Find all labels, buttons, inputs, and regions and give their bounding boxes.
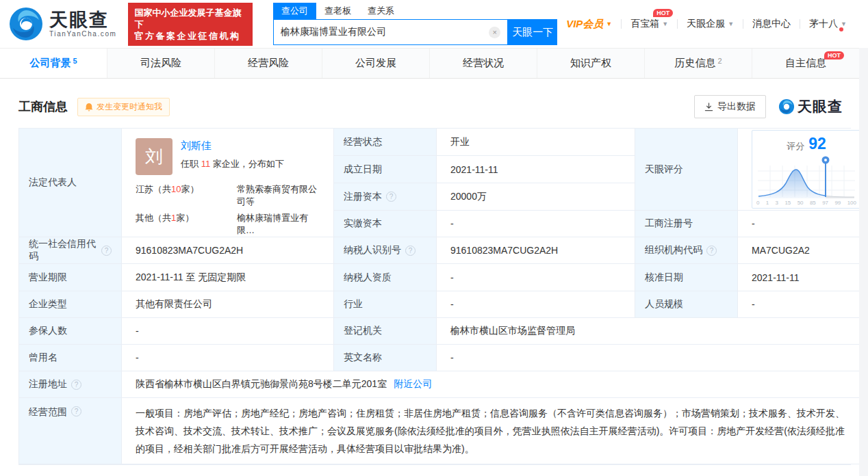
field-value-biz-term: 2021-11-11 至 无固定期限 [122, 264, 334, 291]
distribution-company[interactable]: 常熟索泰商贸有限公司等 [237, 183, 321, 208]
help-icon[interactable]: ? [71, 406, 81, 416]
hot-badge: HOT [824, 51, 844, 60]
search-row: × 天眼一下 [273, 19, 557, 45]
region-name: 其他 [136, 213, 153, 223]
menu-message-center[interactable]: 消息中心 [743, 18, 800, 30]
tab-judicial-risk[interactable]: 司法风险 [107, 49, 214, 78]
score-value: 92 [808, 135, 826, 153]
field-label-reg-number: 工商注册号 [635, 211, 738, 237]
field-label-legal-rep: 法定代表人 [19, 129, 122, 237]
field-label-taxpayer-quality: 纳税人资质 [334, 264, 437, 291]
tab-operating-status[interactable]: 经营状况 [429, 49, 537, 78]
field-value-industry: - [437, 291, 635, 318]
search-tab-boss[interactable]: 查老板 [316, 3, 359, 19]
menu-enterprise-service[interactable]: 天眼企服 ▼ [678, 18, 743, 30]
help-icon[interactable]: ? [706, 246, 717, 256]
field-value-paid-capital: - [437, 211, 635, 237]
field-value-reg-address: 陕西省榆林市横山区白界镇元驰御景尚苑8号楼二单元201室 附近公司 [122, 371, 863, 398]
field-label-est-date: 成立日期 [334, 156, 437, 183]
chevron-down-icon: ▼ [662, 21, 668, 27]
tab-label: 自主信息 [785, 57, 826, 70]
field-value-former-name: - [122, 345, 334, 371]
score-widget[interactable]: 评分92 [738, 129, 863, 211]
logo-text: 天眼查 TianYanCha.com [49, 10, 117, 38]
tab-intellectual-property[interactable]: 知识产权 [537, 49, 644, 78]
region-count: 10 [171, 184, 181, 194]
field-value-staff-size: - [738, 291, 863, 318]
menu-message-center-label: 消息中心 [752, 18, 791, 30]
business-info-table: 法定代表人 刘 刘斯佳 任职 11 家企业，分布如下 江苏（共10家） [18, 128, 851, 465]
distribution-company[interactable]: 榆林康瑞博置业有限… [237, 212, 321, 237]
watermark-text: 天眼查 [797, 97, 843, 116]
search-button[interactable]: 天眼一下 [508, 19, 557, 45]
help-icon[interactable]: ? [101, 246, 112, 256]
field-value-credit-code: 91610823MA7CUG2A2H [122, 237, 334, 264]
section-header: 工商信息 发生变更时通知我 导出数据 天眼查 [0, 79, 859, 128]
label-text: 纳税人识别号 [344, 244, 401, 256]
search-tab-relation[interactable]: 查关系 [359, 3, 403, 19]
certification-badge: 国家中小企业发展子基金旗下 官方备案企业征信机构 [128, 3, 253, 46]
legal-rep-tenure: 任职 11 家企业，分布如下 [181, 158, 284, 170]
tenure-suffix: 家企业，分布如下 [213, 159, 284, 169]
tab-company-development[interactable]: 公司发展 [322, 49, 429, 78]
hot-badge: HOT [653, 9, 673, 17]
field-value-reg-capital: 20000万 [437, 183, 635, 211]
tab-self-info[interactable]: 自主信息 HOT [752, 49, 859, 78]
tab-label: 历史信息 [674, 57, 715, 70]
legal-rep-card: 刘 刘斯佳 任职 11 家企业，分布如下 江苏（共10家） 常熟索泰商贸有限公司… [122, 129, 334, 237]
region-wrap: 家） [181, 184, 199, 194]
tab-history-info[interactable]: 历史信息 2 [644, 49, 752, 78]
menu-toolbox[interactable]: HOT 百宝箱 ▼ [622, 18, 677, 30]
field-label-credit-code: 统一社会信用代码? [19, 237, 122, 264]
brand-watermark: 天眼查 [778, 97, 843, 116]
export-data-button[interactable]: 导出数据 [694, 95, 766, 118]
tab-label: 经营状况 [463, 57, 504, 70]
help-icon[interactable]: ? [405, 246, 416, 256]
tick-label: 0 [756, 200, 759, 206]
notify-on-change-button[interactable]: 发生变更时通知我 [77, 98, 170, 116]
legal-rep-name-link[interactable]: 刘斯佳 [181, 140, 212, 153]
notify-label: 发生变更时通知我 [97, 101, 162, 113]
field-value-status: 开业 [437, 129, 635, 156]
label-text: 经营范围 [29, 406, 67, 419]
tianyancha-logo[interactable]: 天眼查 TianYanCha.com [8, 6, 117, 42]
logo-brand: 天眼查 [49, 10, 117, 29]
label-text: 统一社会信用代码 [29, 238, 97, 263]
tianyancha-logo-icon [8, 6, 44, 42]
search-tab-company[interactable]: 查公司 [273, 3, 316, 19]
label-text: 注册资本 [344, 191, 382, 203]
company-nav-tabs: 公司背景 5 司法风险 经营风险 公司发展 经营状况 知识产权 历史信息 2 自… [0, 48, 859, 79]
avatar[interactable]: 刘 [136, 138, 173, 175]
help-icon[interactable]: ? [386, 191, 396, 202]
score-distribution-chart [756, 155, 856, 200]
tab-operating-risk[interactable]: 经营风险 [214, 49, 322, 78]
field-label-former-name: 曾用名 [19, 345, 122, 371]
distribution-region: 江苏（共10家） [136, 183, 237, 208]
score-prefix: 评分 [787, 141, 804, 151]
tianyancha-company-page: 天眼查 TianYanCha.com 国家中小企业发展子基金旗下 官方备案企业征… [0, 0, 868, 476]
tab-count: 5 [73, 57, 77, 65]
search-tabs: 查公司 查老板 查关系 [273, 3, 557, 19]
menu-vip[interactable]: VIP会员 ▼ [557, 18, 621, 31]
clear-search-icon[interactable]: × [489, 27, 500, 38]
tab-count: 2 [717, 57, 722, 65]
field-label-industry: 行业 [334, 291, 437, 318]
help-icon[interactable]: ? [71, 380, 81, 390]
search-input[interactable] [281, 27, 489, 38]
tab-label: 司法风险 [140, 57, 181, 70]
nearby-companies-link[interactable]: 附近公司 [394, 378, 432, 391]
tab-company-background[interactable]: 公司背景 5 [0, 49, 107, 78]
chevron-down-icon: ▼ [841, 21, 847, 27]
field-label-insured-count: 参保人数 [19, 318, 122, 345]
field-label-status: 经营状态 [334, 129, 437, 156]
region-wrap: （共 [153, 184, 171, 194]
tick-label: 97 [822, 200, 828, 206]
field-value-taxpayer-id: 91610823MA7CUG2A2H [437, 237, 635, 264]
distribution-region: 其他（共1家） [136, 212, 237, 237]
tab-label: 公司发展 [355, 57, 396, 70]
chevron-down-icon: ▼ [606, 21, 612, 27]
menu-user[interactable]: 茅十八 ▼ [800, 18, 856, 30]
distribution-row: 江苏（共10家） 常熟索泰商贸有限公司等 [136, 183, 321, 208]
field-label-reg-authority: 登记机关 [334, 318, 437, 345]
certification-line2: 官方备案企业征信机构 [135, 30, 246, 42]
